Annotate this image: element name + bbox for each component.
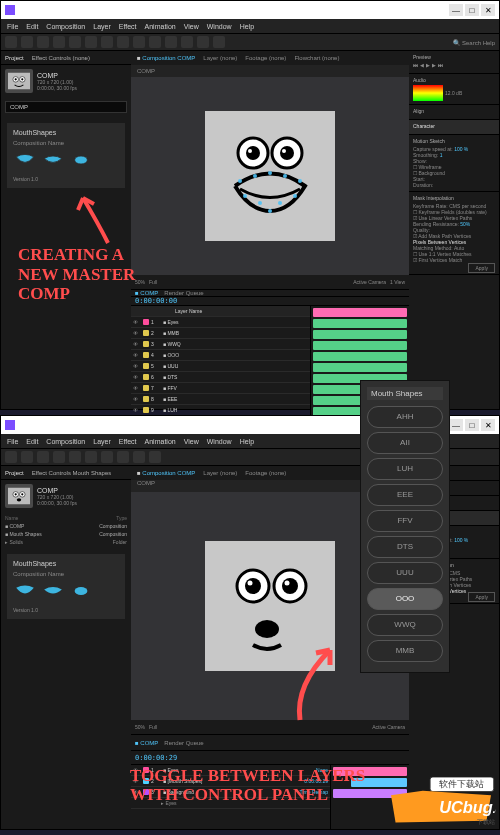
- tool-eraser[interactable]: [181, 36, 193, 48]
- play-first-icon[interactable]: ⏮: [413, 62, 418, 68]
- tl2-tab[interactable]: ■ COMP: [135, 740, 158, 746]
- mouth-shape-ooo[interactable]: OOO: [367, 588, 443, 610]
- mouth-shape-ahh[interactable]: AHH: [367, 406, 443, 428]
- mouth-shape-mmb[interactable]: MMB: [367, 640, 443, 662]
- play-last-icon[interactable]: ⏭: [438, 62, 443, 68]
- tool-puppet[interactable]: [213, 36, 225, 48]
- tool2-anchor[interactable]: [85, 451, 97, 463]
- rp-character[interactable]: Character: [413, 123, 495, 129]
- mouth-shape-wwq[interactable]: WWQ: [367, 614, 443, 636]
- mouth-shape-dts[interactable]: DTS: [367, 536, 443, 558]
- tool2-text[interactable]: [133, 451, 145, 463]
- menu-effect[interactable]: Effect: [119, 23, 137, 30]
- layer-row[interactable]: 👁4■ OOO: [131, 350, 310, 361]
- tl-rq[interactable]: Render Queue: [164, 290, 203, 296]
- tool2-hand[interactable]: [21, 451, 33, 463]
- mouth-thumb-2[interactable]: [41, 150, 65, 170]
- mouth-shape-luh[interactable]: LUH: [367, 458, 443, 480]
- mouth-thumb2-3[interactable]: [69, 581, 93, 601]
- project-search[interactable]: COMP: [5, 101, 127, 113]
- maximize-button[interactable]: □: [465, 4, 479, 16]
- menu-file[interactable]: File: [7, 23, 18, 30]
- tool2-pen[interactable]: [117, 451, 129, 463]
- search-help[interactable]: 🔍 Search Help: [453, 39, 495, 46]
- tool-selection[interactable]: [5, 36, 17, 48]
- layer-row[interactable]: 👁7■ FFV: [131, 383, 310, 394]
- menu-view[interactable]: View: [184, 23, 199, 30]
- tool-stamp[interactable]: [165, 36, 177, 48]
- breadcrumb[interactable]: COMP: [131, 65, 409, 77]
- layer-row[interactable]: 👁1■ EyesNone: [131, 765, 330, 776]
- vtab-layer[interactable]: Layer (none): [203, 55, 237, 61]
- menu-window[interactable]: Window: [207, 23, 232, 30]
- tool2-zoom[interactable]: [37, 451, 49, 463]
- tool-brush[interactable]: [149, 36, 161, 48]
- vf-view[interactable]: 1 View: [390, 279, 405, 285]
- play-icon[interactable]: ▶: [426, 62, 430, 68]
- layer-row[interactable]: 👁8■ EEE: [131, 394, 310, 405]
- maximize-button-2[interactable]: □: [465, 419, 479, 431]
- tool2-selection[interactable]: [5, 451, 17, 463]
- tool-pen[interactable]: [117, 36, 129, 48]
- mouth-shape-uuu[interactable]: UUU: [367, 562, 443, 584]
- tool-zoom[interactable]: [37, 36, 49, 48]
- menu2-view[interactable]: View: [184, 438, 199, 445]
- menu2-help[interactable]: Help: [240, 438, 254, 445]
- minimize-button[interactable]: —: [449, 4, 463, 16]
- menu2-edit[interactable]: Edit: [26, 438, 38, 445]
- tab2-ec[interactable]: Effect Controls Mouth Shapes: [32, 470, 112, 476]
- tab2-project[interactable]: Project: [5, 470, 24, 476]
- layer-row[interactable]: 👁2■ [Mouth Shapes]0:00:00:29: [131, 776, 330, 787]
- vtab-flowchart[interactable]: Flowchart (none): [294, 55, 339, 61]
- menu-composition[interactable]: Composition: [46, 23, 85, 30]
- zoom[interactable]: 50%: [135, 279, 145, 285]
- menu-help[interactable]: Help: [240, 23, 254, 30]
- layer-row[interactable]: 👁1■ Eyes: [131, 317, 310, 328]
- menu2-window[interactable]: Window: [207, 438, 232, 445]
- tool-anchor[interactable]: [85, 36, 97, 48]
- layer-row[interactable]: 👁2■ MMB: [131, 328, 310, 339]
- close-button[interactable]: ✕: [481, 4, 495, 16]
- tool-roto[interactable]: [197, 36, 209, 48]
- vf-camera[interactable]: Active Camera: [353, 279, 386, 285]
- mouth-thumb2-2[interactable]: [41, 581, 65, 601]
- tool-rotate[interactable]: [53, 36, 65, 48]
- vtab2-comp[interactable]: ■ Composition COMP: [137, 470, 195, 476]
- apply-button[interactable]: Apply: [468, 263, 495, 273]
- layer-row[interactable]: 👁3■ WWQ: [131, 339, 310, 350]
- vtab-comp[interactable]: ■ Composition COMP: [137, 55, 195, 61]
- menu-edit[interactable]: Edit: [26, 23, 38, 30]
- menu-animation[interactable]: Animation: [145, 23, 176, 30]
- viewer[interactable]: [131, 77, 409, 275]
- timecode[interactable]: 0:00:00:00: [135, 297, 177, 305]
- layer-row[interactable]: 👁5■ UUU: [131, 361, 310, 372]
- vtab-footage[interactable]: Footage (none): [245, 55, 286, 61]
- mouth-thumb-1[interactable]: [13, 150, 37, 170]
- menu2-effect[interactable]: Effect: [119, 438, 137, 445]
- tool-hand[interactable]: [21, 36, 33, 48]
- mouth-shape-eee[interactable]: EEE: [367, 484, 443, 506]
- tl-tab[interactable]: ■ COMP: [135, 290, 158, 296]
- menu2-layer[interactable]: Layer: [93, 438, 111, 445]
- tool2-camera[interactable]: [69, 451, 81, 463]
- project-list[interactable]: NameType ■ COMPComposition ■ Mouth Shape…: [1, 512, 131, 548]
- tab-effect-controls[interactable]: Effect Controls (none): [32, 55, 90, 61]
- layer-row[interactable]: 👁6■ DTS: [131, 372, 310, 383]
- mouth-thumb2-1[interactable]: [13, 581, 37, 601]
- tool-shape[interactable]: [101, 36, 113, 48]
- mouth-shape-ffv[interactable]: FFV: [367, 510, 443, 532]
- menu2-animation[interactable]: Animation: [145, 438, 176, 445]
- play-prev-icon[interactable]: ◀: [420, 62, 424, 68]
- tool2-rotate[interactable]: [53, 451, 65, 463]
- apply-button-2[interactable]: Apply: [468, 592, 495, 602]
- tool2-brush[interactable]: [149, 451, 161, 463]
- timecode-2[interactable]: 0:00:00:29: [135, 754, 177, 762]
- mouth-shapes-float-panel[interactable]: Mouth Shapes AHHAIILUHEEEFFVDTSUUUOOOWWQ…: [360, 380, 450, 673]
- minimize-button-2[interactable]: —: [449, 419, 463, 431]
- mouth-shape-aii[interactable]: AII: [367, 432, 443, 454]
- vf-full[interactable]: Full: [149, 279, 157, 285]
- mouth-thumb-3[interactable]: [69, 150, 93, 170]
- tab-project[interactable]: Project: [5, 55, 24, 61]
- close-button-2[interactable]: ✕: [481, 419, 495, 431]
- tool2-shape[interactable]: [101, 451, 113, 463]
